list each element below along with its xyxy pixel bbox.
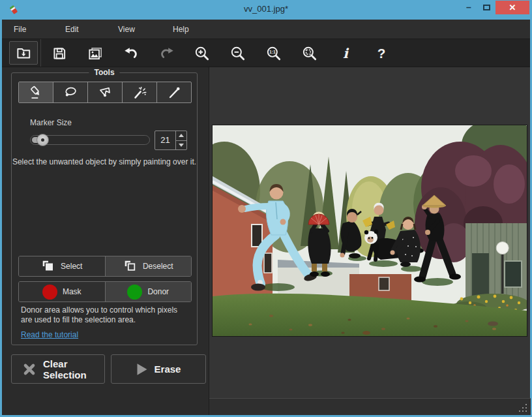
zoom-out-button[interactable] — [229, 45, 246, 62]
maximize-button[interactable] — [478, 0, 495, 14]
tab-magic-wand-tool[interactable] — [122, 82, 156, 102]
toolbar-divider — [40, 39, 41, 67]
tab-polygon-lasso-tool[interactable] — [87, 82, 122, 102]
spin-down-button[interactable] — [176, 140, 186, 150]
tab-marker-tool[interactable] — [19, 82, 53, 102]
close-button[interactable]: ✕ — [495, 1, 529, 14]
toolbar: 1:1 i ? — [2, 39, 530, 67]
resize-grip[interactable] — [518, 403, 527, 412]
content-area: Tools — [2, 67, 530, 415]
mask-donor-toggle: Mask Donor — [18, 281, 192, 302]
menu-file[interactable]: File — [10, 20, 30, 39]
donor-button[interactable]: Donor — [106, 282, 192, 301]
deselect-label: Deselect — [143, 262, 173, 271]
spin-up-button[interactable] — [176, 131, 186, 140]
help-button[interactable]: ? — [373, 45, 390, 62]
marker-size-value[interactable]: 21 — [155, 131, 175, 149]
zoom-fit-button[interactable] — [301, 45, 318, 62]
erase-button[interactable]: Erase — [111, 354, 206, 384]
lasso-icon — [62, 84, 79, 101]
tools-groupbox: Tools — [11, 72, 198, 345]
svg-text:i: i — [343, 46, 349, 61]
tool-instruction-text: Select the unwanted object by simply pai… — [12, 157, 197, 166]
menu-bar: File Edit View Help — [2, 20, 530, 39]
tab-line-tool[interactable] — [156, 82, 191, 102]
spin-down-icon — [179, 144, 184, 147]
clear-selection-label: Clear Selection — [43, 358, 94, 380]
svg-text:?: ? — [377, 46, 386, 61]
select-button[interactable]: Select — [19, 256, 106, 276]
status-bar — [209, 398, 531, 415]
tab-lasso-tool[interactable] — [53, 82, 87, 102]
spin-up-icon — [179, 134, 184, 137]
mask-button[interactable]: Mask — [19, 282, 106, 301]
zoom-in-button[interactable] — [194, 45, 211, 62]
read-tutorial-link[interactable]: Read the tutorial — [21, 330, 78, 339]
tool-tabs — [18, 82, 192, 103]
menu-edit[interactable]: Edit — [61, 20, 83, 39]
menu-view[interactable]: View — [114, 20, 139, 39]
polygon-lasso-icon — [96, 84, 113, 101]
editing-canvas — [209, 67, 530, 415]
marker-size-slider[interactable] — [30, 135, 150, 145]
marker-size-label: Marker Size — [30, 118, 72, 127]
donor-hint-text: Donor area allows you to control which p… — [21, 305, 190, 325]
window-title: vv_001.jpg* — [0, 4, 532, 14]
donor-green-dot-icon — [127, 285, 142, 300]
line-icon — [166, 84, 183, 101]
select-mode-toggle: Select Deselect — [18, 256, 192, 277]
info-button[interactable]: i — [337, 45, 354, 62]
window-frame: File Edit View Help — [2, 20, 530, 415]
redo-button[interactable] — [158, 45, 175, 62]
titlebar[interactable]: vv_001.jpg* – ✕ — [0, 0, 532, 20]
mask-red-dot-icon — [42, 285, 57, 300]
open-button[interactable] — [9, 41, 38, 65]
app-window: vv_001.jpg* – ✕ File Edit View Help — [0, 0, 532, 417]
deselect-icon — [123, 259, 138, 273]
maximize-icon — [483, 5, 490, 10]
erase-play-icon — [136, 363, 148, 376]
marker-size-spinbox[interactable]: 21 — [155, 131, 187, 150]
erase-label: Erase — [155, 363, 181, 375]
minimize-button[interactable]: – — [460, 0, 477, 14]
zoom-actual-size-button[interactable]: 1:1 — [265, 45, 282, 62]
menu-help[interactable]: Help — [169, 20, 193, 39]
tools-panel: Tools — [2, 67, 209, 415]
photo-image[interactable] — [213, 125, 527, 336]
clear-x-icon — [22, 362, 37, 377]
image-button[interactable] — [87, 45, 104, 62]
mask-label: Mask — [63, 287, 81, 296]
marker-icon — [27, 84, 44, 101]
undo-button[interactable] — [123, 45, 140, 62]
open-folder-download-icon — [15, 44, 32, 61]
save-button[interactable] — [51, 45, 68, 62]
magic-wand-icon — [131, 84, 148, 101]
select-icon — [41, 259, 55, 273]
select-label: Select — [61, 262, 82, 271]
donor-label: Donor — [147, 287, 169, 296]
deselect-button[interactable]: Deselect — [106, 256, 192, 276]
slider-handle[interactable] — [37, 134, 49, 146]
tools-group-title: Tools — [89, 68, 119, 77]
clear-selection-button[interactable]: Clear Selection — [11, 354, 105, 384]
svg-text:1:1: 1:1 — [269, 50, 276, 54]
